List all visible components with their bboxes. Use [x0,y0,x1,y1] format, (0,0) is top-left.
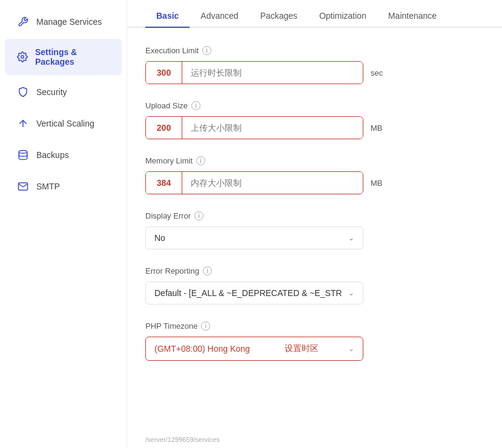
execution-limit-unit: sec [371,68,383,77]
sidebar-item-backups[interactable]: Backups [5,140,122,170]
envelope-icon [17,180,29,193]
error-reporting-label: Error Reporting i [145,266,484,275]
sidebar-label-manage-services: Manage Services [36,17,102,27]
memory-limit-value[interactable]: 384 [146,172,182,194]
execution-limit-label: Execution Limit i [145,46,484,55]
error-reporting-value: Default - [E_ALL & ~E_DEPRECATED & ~E_ST… [154,288,342,298]
upload-size-info-icon[interactable]: i [191,101,200,110]
php-timezone-group: PHP Timezone i (GMT+08:00) Hong Kong 设置时… [145,321,484,361]
display-error-value: No [154,233,165,243]
sidebar-label-smtp: SMTP [36,182,60,191]
chevron-down-icon-3: ⌄ [348,344,354,353]
upload-size-input[interactable] [182,117,363,139]
sidebar-label-vertical-scaling: Vertical Scaling [36,119,94,128]
display-error-group: Display Error i No ⌄ [145,211,484,249]
memory-limit-input-wrapper: 384 [145,171,363,194]
execution-limit-info-icon[interactable]: i [202,46,211,55]
sidebar-item-vertical-scaling[interactable]: Vertical Scaling [5,109,122,138]
tab-maintenance[interactable]: Maintenance [377,5,448,28]
upload-size-label: Upload Size i [145,101,484,110]
php-timezone-extra: 设置时区 [285,343,319,354]
error-reporting-info-icon[interactable]: i [203,266,212,275]
memory-limit-unit: MB [371,179,383,188]
memory-limit-group: Memory Limit i 384 MB [145,156,484,194]
upload-size-group: Upload Size i 200 MB [145,101,484,139]
arrow-up-icon [17,117,29,130]
upload-size-unit: MB [371,124,383,133]
memory-limit-input[interactable] [182,172,363,194]
memory-limit-row: 384 MB [145,171,484,194]
chevron-down-icon-2: ⌄ [348,289,354,297]
database-icon [17,149,29,161]
bottom-url-hint: /server/1299659/services [127,431,502,448]
upload-size-input-wrapper: 200 [145,116,363,139]
tab-optimization[interactable]: Optimization [308,5,377,28]
upload-size-value[interactable]: 200 [146,117,182,139]
display-error-select[interactable]: No ⌄ [145,226,363,249]
sidebar-label-settings-packages: Settings & Packages [35,47,110,67]
sidebar-item-manage-services[interactable]: Manage Services [5,7,122,36]
sidebar-label-security: Security [36,87,67,97]
execution-limit-input-wrapper: 300 [145,61,363,84]
main-content: Basic Advanced Packages Optimization Mai… [127,0,502,448]
display-error-label: Display Error i [145,211,484,220]
tab-bar: Basic Advanced Packages Optimization Mai… [127,0,502,28]
error-reporting-group: Error Reporting i Default - [E_ALL & ~E_… [145,266,484,305]
shield-icon [17,86,29,98]
sidebar-item-security[interactable]: Security [5,77,122,107]
sidebar-item-settings-packages[interactable]: Settings & Packages [5,39,122,75]
upload-size-row: 200 MB [145,116,484,139]
sidebar-label-backups: Backups [36,150,69,160]
gear-icon [17,51,28,63]
tab-basic[interactable]: Basic [145,5,190,28]
wrench-icon [17,16,29,28]
php-timezone-label: PHP Timezone i [145,321,484,331]
tab-packages[interactable]: Packages [249,5,308,28]
error-reporting-select[interactable]: Default - [E_ALL & ~E_DEPRECATED & ~E_ST… [145,282,363,305]
sidebar-item-smtp[interactable]: SMTP [5,172,122,201]
tab-advanced[interactable]: Advanced [190,5,249,28]
memory-limit-info-icon[interactable]: i [196,156,205,165]
display-error-info-icon[interactable]: i [194,211,203,220]
php-timezone-select[interactable]: (GMT+08:00) Hong Kong 设置时区 ⌄ [145,337,363,361]
memory-limit-label: Memory Limit i [145,156,484,165]
svg-point-2 [19,151,27,154]
sidebar: Manage Services Settings & Packages Secu… [0,0,127,448]
execution-limit-input[interactable] [182,62,363,84]
execution-limit-row: 300 sec [145,61,484,84]
execution-limit-value[interactable]: 300 [146,62,182,84]
php-timezone-value: (GMT+08:00) Hong Kong [154,344,250,354]
chevron-down-icon: ⌄ [348,234,354,242]
svg-point-0 [21,56,24,59]
php-timezone-info-icon[interactable]: i [201,321,210,331]
settings-content: Execution Limit i 300 sec Upload Size i … [127,28,502,431]
execution-limit-group: Execution Limit i 300 sec [145,46,484,84]
